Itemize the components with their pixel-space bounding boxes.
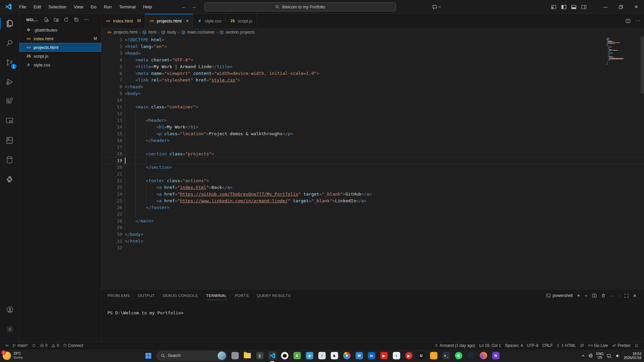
status-go-live[interactable]: Go Live <box>586 342 610 349</box>
split-editor-button[interactable] <box>626 18 631 23</box>
file-script.js[interactable]: JSscript.js <box>19 52 101 60</box>
code-line-8[interactable]: 8</head> <box>101 84 644 90</box>
code-line-17[interactable]: 17 <box>101 144 644 151</box>
code-line-7[interactable]: 7<link rel="stylesheet" href="style.css"… <box>101 77 644 84</box>
taskbar-youtube[interactable]: ▶ <box>380 351 388 360</box>
menu-selection[interactable]: Selection <box>45 3 69 11</box>
menu-view[interactable]: View <box>71 3 86 11</box>
status-ln-19-col-1[interactable]: Ln 19, Col 1 <box>477 342 503 349</box>
code-line-19[interactable]: 19 <box>101 157 644 164</box>
activity-search-icon[interactable] <box>0 33 19 53</box>
code-line-4[interactable]: 4<meta charset="UTF-8"> <box>101 57 644 63</box>
activity-explorer-icon[interactable] <box>0 14 19 33</box>
tab-script.js[interactable]: JSscript.js <box>226 14 257 28</box>
taskbar-app-green-x[interactable]: X <box>293 351 301 360</box>
panel-tab-query-results[interactable]: QUERY RESULTS <box>257 290 291 302</box>
panel-tab-terminal[interactable]: TERMINAL <box>206 290 227 302</box>
activity-settings-icon[interactable] <box>0 319 19 339</box>
status-crlf[interactable]: CRLF <box>540 342 555 349</box>
file-projects.html[interactable]: <>projects.html <box>19 43 101 52</box>
activity-account-icon[interactable] <box>0 300 19 319</box>
file-index.html[interactable]: <>index.htmlM <box>19 34 101 43</box>
terminal-dropdown-button[interactable] <box>585 294 588 297</box>
code-line-18[interactable]: 18<section class="projects"> <box>101 151 644 157</box>
code-line-24[interactable]: 24<a href="https://github.com/TheGreyOne… <box>101 191 644 198</box>
panel-tab-output[interactable]: OUTPUT <box>138 290 155 302</box>
taskbar-steam[interactable] <box>466 351 475 360</box>
tab-index.html[interactable]: <>index.htmlM <box>101 14 145 28</box>
window-restore-button[interactable] <box>613 0 629 14</box>
status-connect[interactable]: Connect <box>61 342 85 349</box>
activity-extensions-icon[interactable] <box>0 92 19 111</box>
menu-go[interactable]: Go <box>88 3 99 11</box>
code-line-14[interactable]: 14<h1>My Work</h1> <box>101 124 644 131</box>
menu-terminal[interactable]: Terminal <box>116 3 139 11</box>
clock[interactable]: 18:53 2026/01/18 <box>624 352 641 360</box>
breadcrumb-section.projects[interactable]: section.projects <box>219 30 255 35</box>
code-line-27[interactable]: 27 <box>101 211 644 218</box>
code-line-23[interactable]: 23<a href="index.html">Back</a> <box>101 184 644 191</box>
editor-more-actions-button[interactable]: ··· <box>635 18 641 24</box>
panel-tab-problems[interactable]: PROBLEMS <box>107 290 130 302</box>
code-line-6[interactable]: 6<meta name="viewport" content="width=de… <box>101 70 644 77</box>
taskbar-app-teal[interactable]: ◆ <box>305 351 314 360</box>
taskbar-word[interactable]: W <box>355 351 363 360</box>
activity-database-icon[interactable] <box>0 150 19 169</box>
breadcrumb-main.container[interactable]: main.container <box>181 30 215 35</box>
code-line-25[interactable]: 25<a href="https://www.linkedin.com/in/a… <box>101 198 644 204</box>
activity-sql-server-icon[interactable] <box>0 111 19 131</box>
copilot-button[interactable] <box>432 4 441 10</box>
panel-more-actions-button[interactable]: ··· <box>610 293 614 298</box>
activity-run-debug-icon[interactable] <box>0 72 19 92</box>
status-spaces-4[interactable]: Spaces: 4 <box>503 342 525 349</box>
code-line-2[interactable]: 2<html lang="en"> <box>101 43 644 50</box>
status-html[interactable]: { }HTML <box>555 342 578 349</box>
toggle-primary-sidebar-button[interactable] <box>559 2 569 12</box>
code-line-29[interactable]: 29 <box>101 224 644 231</box>
window-minimize-button[interactable]: — <box>598 0 613 14</box>
code-line-31[interactable]: 31</html> <box>101 238 644 245</box>
code-line-16[interactable]: 16</header> <box>101 137 644 144</box>
minimap[interactable] <box>606 38 639 66</box>
tray-chevron-up[interactable] <box>581 354 585 358</box>
code-line-26[interactable]: 26</footer> <box>101 204 644 211</box>
new-folder-button[interactable] <box>53 16 59 23</box>
close-tab-icon[interactable]: × <box>186 18 189 23</box>
activity-python-icon[interactable] <box>0 169 19 189</box>
code-line-10[interactable]: 10 <box>101 97 644 104</box>
taskbar-github[interactable] <box>280 351 289 360</box>
taskbar-sticky-notes[interactable] <box>429 351 438 360</box>
taskbar-chrome[interactable] <box>342 351 351 360</box>
refresh-button[interactable] <box>63 16 69 23</box>
status-bell[interactable] <box>633 342 641 349</box>
close-panel-button[interactable]: ✕ <box>633 293 637 298</box>
status-utf-8[interactable]: UTF-8 <box>525 342 540 349</box>
status-armand-1-day-ago[interactable]: Armand (1 day ago) <box>432 342 477 349</box>
status-remote[interactable]: >< <box>3 342 10 349</box>
nav-forward-button[interactable]: → <box>191 4 197 10</box>
tray-globe-icon[interactable] <box>588 353 593 358</box>
status-main[interactable]: main* <box>10 342 30 349</box>
weather-widget[interactable]: 1 33°C Sunny <box>3 352 23 360</box>
code-editor[interactable]: 1<!DOCTYPE html>2<html lang="en">3<head>… <box>101 37 644 289</box>
start-button[interactable] <box>144 351 153 360</box>
code-line-13[interactable]: 13<header> <box>101 117 644 124</box>
volume-icon[interactable] <box>615 353 620 358</box>
taskbar-firefox[interactable] <box>479 351 488 360</box>
nav-back-button[interactable]: ← <box>181 4 187 10</box>
new-file-button[interactable] <box>43 16 49 23</box>
code-line-12[interactable]: 12 <box>101 110 644 117</box>
command-center-search[interactable]: Welcom to my Portfolio <box>204 2 396 11</box>
kill-terminal-button[interactable] <box>601 293 606 298</box>
taskbar-vscode[interactable] <box>268 351 277 360</box>
taskbar-terminal-app[interactable]: >_ <box>442 351 450 360</box>
status-prettier[interactable]: Prettier <box>610 342 633 349</box>
code-line-15[interactable]: 15<p class="location">Project demos & wa… <box>101 131 644 137</box>
language-indicator[interactable]: ENGUS <box>596 352 604 359</box>
code-line-32[interactable]: 32 <box>101 245 644 251</box>
taskbar-music-app[interactable]: ▶ <box>404 351 413 360</box>
window-close-button[interactable]: ✕ <box>629 0 644 14</box>
taskbar-uplay[interactable]: U <box>417 351 426 360</box>
code-line-3[interactable]: 3<head> <box>101 50 644 57</box>
code-line-22[interactable]: 22<footer class="actions"> <box>101 177 644 184</box>
